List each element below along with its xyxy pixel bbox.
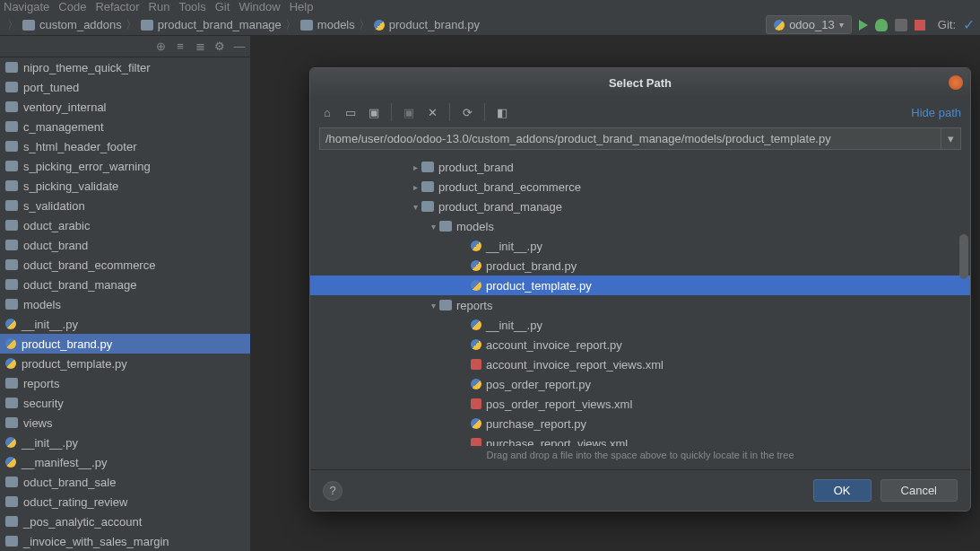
- file-tree-item[interactable]: account_invoice_report.py: [310, 335, 970, 354]
- file-tree-item[interactable]: __init__.py: [310, 315, 970, 335]
- tree-item[interactable]: views: [0, 413, 250, 433]
- tree-item[interactable]: s_picking_validate: [0, 176, 250, 196]
- tree-item[interactable]: oduct_brand_sale: [0, 472, 250, 492]
- breadcrumb[interactable]: 〉custom_addons 〉product_brand_manage 〉mo…: [5, 17, 480, 33]
- file-tree-item[interactable]: ▾product_brand_manage: [310, 197, 970, 216]
- tree-item-label: views: [23, 416, 53, 430]
- file-tree-item-label: product_brand_manage: [438, 200, 562, 214]
- chevron-down-icon[interactable]: ▾: [427, 222, 439, 232]
- folder-icon: [5, 477, 18, 487]
- hide-path-link[interactable]: Hide path: [911, 106, 961, 119]
- file-tree-item-label: __init__.py: [486, 240, 542, 253]
- scrollbar[interactable]: [959, 234, 968, 279]
- folder-icon: [5, 200, 18, 211]
- locate-icon[interactable]: ⊕: [153, 39, 168, 54]
- python-file-icon: [471, 418, 481, 429]
- project-tree[interactable]: nipro_theme_quick_filterport_tunedventor…: [0, 57, 250, 551]
- path-input[interactable]: [319, 127, 941, 150]
- tree-item[interactable]: oduct_brand_ecommerce: [0, 255, 250, 275]
- file-tree-item[interactable]: ▾models: [310, 216, 970, 236]
- refresh-icon[interactable]: ⟳: [459, 104, 475, 120]
- tree-item[interactable]: _invoice_with_sales_margin: [0, 531, 250, 551]
- tree-item[interactable]: security: [0, 393, 250, 413]
- debug-icon[interactable]: [875, 19, 888, 31]
- tree-item[interactable]: product_brand.py: [0, 334, 250, 354]
- chevron-down-icon[interactable]: ▾: [427, 301, 439, 310]
- tree-item[interactable]: ventory_internal: [0, 97, 250, 117]
- python-file-icon: [471, 379, 481, 389]
- file-tree-item-label: reports: [456, 299, 492, 312]
- file-tree-item[interactable]: pos_order_report.py: [310, 374, 970, 394]
- tree-item[interactable]: reports: [0, 373, 250, 393]
- gear-icon[interactable]: ⚙: [212, 39, 227, 54]
- expand-all-icon[interactable]: ≡: [173, 39, 187, 54]
- tree-item[interactable]: oduct_brand: [0, 235, 250, 255]
- tree-item[interactable]: s_html_header_footer: [0, 136, 250, 156]
- tree-item[interactable]: oduct_arabic: [0, 215, 250, 235]
- file-tree-item[interactable]: ▸product_brand_ecommerce: [310, 177, 970, 197]
- file-tree-item[interactable]: account_invoice_report_views.xml: [310, 354, 970, 374]
- chevron-down-icon[interactable]: ▾: [409, 202, 421, 212]
- run-icon[interactable]: [859, 20, 868, 31]
- cancel-button[interactable]: Cancel: [880, 479, 958, 502]
- run-config-selector[interactable]: odoo_13 ▾: [766, 15, 852, 34]
- file-tree-item[interactable]: ▸product_brand: [310, 157, 970, 177]
- ok-button[interactable]: OK: [813, 479, 872, 502]
- tree-item[interactable]: c_management: [0, 117, 250, 136]
- tree-item[interactable]: __init__.py: [0, 433, 250, 452]
- sidebar-toolbar: ⊕ ≡ ≣ ⚙ —: [0, 36, 250, 57]
- folder-icon: [5, 398, 18, 408]
- tree-item[interactable]: oduct_brand_manage: [0, 275, 250, 294]
- home-icon[interactable]: ⌂: [319, 104, 335, 120]
- file-tree-item[interactable]: __init__.py: [310, 236, 970, 256]
- delete-icon[interactable]: ✕: [424, 104, 440, 120]
- desktop-icon[interactable]: ▭: [343, 104, 359, 120]
- file-tree-item[interactable]: ▾reports: [310, 295, 970, 315]
- tree-item[interactable]: nipro_theme_quick_filter: [0, 57, 250, 77]
- tree-item-label: oduct_brand_ecommerce: [23, 258, 155, 272]
- python-file-icon: [5, 437, 16, 448]
- folder-icon: [421, 162, 434, 172]
- file-tree-item[interactable]: purchase_report_views.xml: [310, 433, 970, 446]
- file-tree-item-label: product_brand.py: [486, 259, 577, 273]
- file-tree-item-label: pos_order_report.py: [486, 378, 591, 391]
- hide-icon[interactable]: —: [232, 39, 247, 54]
- update-project-icon[interactable]: ✓: [963, 16, 975, 33]
- chevron-right-icon[interactable]: ▸: [409, 162, 421, 172]
- file-tree-item[interactable]: product_brand.py: [310, 256, 970, 276]
- help-icon[interactable]: ?: [323, 481, 343, 501]
- new-folder-icon[interactable]: ▣: [401, 104, 417, 120]
- path-history-dropdown[interactable]: ▾: [941, 127, 961, 150]
- stop-icon[interactable]: [915, 20, 925, 31]
- file-tree-item[interactable]: purchase_report.py: [310, 414, 970, 433]
- tree-item-label: s_picking_error_warning: [23, 160, 151, 173]
- folder-icon: [5, 161, 18, 171]
- python-file-icon: [5, 319, 16, 329]
- folder-icon: [5, 141, 18, 152]
- show-hidden-icon[interactable]: ◧: [494, 104, 510, 120]
- tree-item[interactable]: product_template.py: [0, 354, 250, 373]
- folder-icon: [5, 82, 18, 92]
- file-tree-item[interactable]: product_template.py: [310, 276, 970, 295]
- dialog-title: Select Path: [609, 76, 672, 90]
- tree-item-label: nipro_theme_quick_filter: [23, 61, 151, 74]
- collapse-all-icon[interactable]: ≣: [193, 39, 207, 54]
- coverage-icon[interactable]: [895, 19, 907, 31]
- tree-item[interactable]: oduct_rating_review: [0, 492, 250, 512]
- xml-file-icon: [471, 359, 481, 370]
- tree-item[interactable]: models: [0, 294, 250, 314]
- close-icon[interactable]: [949, 75, 963, 90]
- project-icon[interactable]: ▣: [366, 104, 382, 120]
- file-tree-item-label: account_invoice_report.py: [486, 338, 622, 352]
- tree-item[interactable]: s_picking_error_warning: [0, 156, 250, 176]
- tree-item[interactable]: __manifest__.py: [0, 452, 250, 472]
- folder-icon: [5, 417, 18, 428]
- tree-item[interactable]: port_tuned: [0, 77, 250, 97]
- tree-item[interactable]: __init__.py: [0, 314, 250, 334]
- file-tree[interactable]: ▸product_brand▸product_brand_ecommerce▾p…: [310, 155, 970, 446]
- tree-item[interactable]: s_validation: [0, 196, 250, 215]
- tree-item-label: oduct_brand_sale: [23, 476, 116, 489]
- tree-item[interactable]: _pos_analytic_account: [0, 512, 250, 531]
- file-tree-item[interactable]: pos_order_report_views.xml: [310, 394, 970, 414]
- chevron-right-icon[interactable]: ▸: [409, 182, 421, 192]
